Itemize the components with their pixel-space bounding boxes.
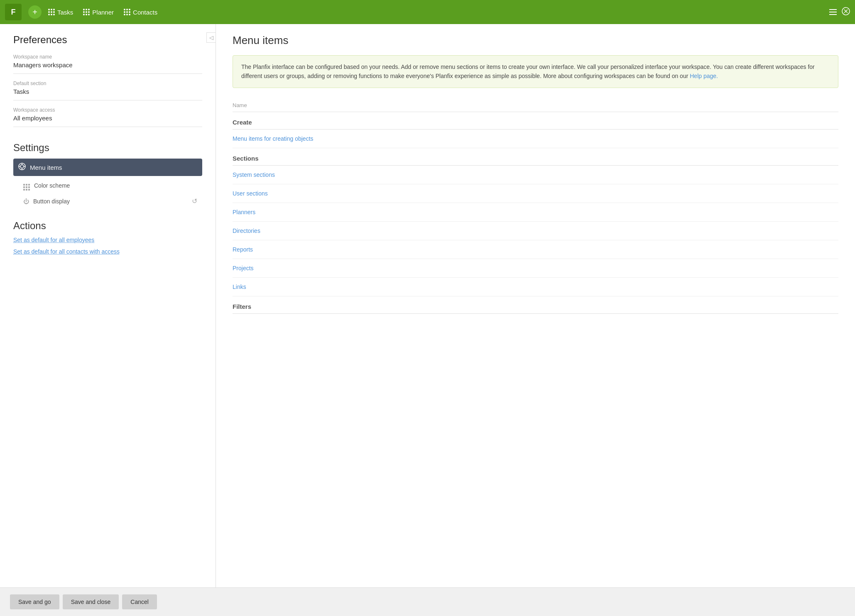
nav-item-planner[interactable]: Planner: [83, 9, 114, 16]
close-nav-button[interactable]: [842, 7, 850, 17]
dialog-footer: Save and go Save and close Cancel: [0, 587, 855, 616]
nav-right-controls: [829, 7, 850, 17]
menu-items-icon: [18, 163, 26, 172]
workspace-access-label: Workspace access: [13, 107, 202, 113]
sections-group-label: Sections: [233, 148, 838, 166]
info-text: The Planfix interface can be configured …: [241, 64, 815, 79]
reports-row[interactable]: Reports: [233, 240, 838, 259]
planners-row[interactable]: Planners: [233, 203, 838, 222]
preferences-title: Preferences: [13, 34, 202, 46]
grid-icon-tasks: [48, 9, 55, 15]
reports-link[interactable]: Reports: [233, 246, 253, 253]
user-sections-row[interactable]: User sections: [233, 184, 838, 203]
cancel-button[interactable]: Cancel: [122, 594, 157, 609]
settings-menu-items[interactable]: Menu items: [13, 159, 202, 176]
workspace-name-field: Workspace name Managers workspace: [13, 54, 202, 74]
workspace-access-field: Workspace access All employees: [13, 107, 202, 127]
right-panel: Menu items The Planfix interface can be …: [216, 24, 855, 587]
filters-group-label: Filters: [233, 296, 838, 314]
grid-icon-contacts: [124, 9, 130, 15]
hamburger-menu-button[interactable]: [829, 9, 837, 15]
directories-link[interactable]: Directories: [233, 227, 260, 234]
default-section-value[interactable]: Tasks: [13, 88, 202, 95]
power-icon: ⏻: [23, 198, 29, 205]
links-row[interactable]: Links: [233, 278, 838, 296]
color-scheme-label: Color scheme: [34, 182, 70, 189]
links-link[interactable]: Links: [233, 284, 246, 290]
collapse-panel-button[interactable]: ◁: [206, 32, 216, 43]
system-sections-row[interactable]: System sections: [233, 166, 838, 184]
projects-row[interactable]: Projects: [233, 259, 838, 278]
add-button[interactable]: +: [28, 5, 42, 19]
nav-items: Tasks Planner Contacts: [48, 9, 157, 16]
dialog-body: ◁ Preferences Workspace name Managers wo…: [0, 24, 855, 587]
system-sections-link[interactable]: System sections: [233, 171, 275, 178]
workspace-access-value[interactable]: All employees: [13, 115, 202, 122]
create-menu-item-link[interactable]: Menu items for creating objects: [233, 135, 314, 142]
name-column-header: Name: [233, 98, 838, 112]
save-go-button[interactable]: Save and go: [10, 594, 59, 609]
set-default-employees-link[interactable]: Set as default for all employees: [13, 237, 202, 243]
default-section-label: Default section: [13, 81, 202, 86]
close-icon: [842, 7, 850, 15]
planners-link[interactable]: Planners: [233, 209, 255, 215]
grid-icon-planner: [83, 9, 90, 15]
nav-item-contacts[interactable]: Contacts: [124, 9, 157, 16]
projects-link[interactable]: Projects: [233, 265, 254, 271]
button-display-cursor-indicator: ↺: [192, 197, 197, 205]
settings-title: Settings: [13, 142, 202, 154]
svg-point-4: [20, 165, 24, 168]
menu-items-title: Menu items: [233, 34, 838, 47]
save-close-button[interactable]: Save and close: [63, 594, 119, 609]
settings-color-scheme[interactable]: Color scheme: [13, 177, 202, 194]
workspace-name-label: Workspace name: [13, 54, 202, 60]
directories-row[interactable]: Directories: [233, 222, 838, 240]
button-display-label: Button display: [33, 198, 70, 205]
info-box: The Planfix interface can be configured …: [233, 55, 838, 88]
color-scheme-icon: [23, 180, 30, 191]
actions-title: Actions: [13, 220, 202, 232]
hamburger-icon: [829, 9, 837, 15]
top-navigation: F + Tasks Planner: [0, 0, 855, 24]
settings-button-display[interactable]: ⏻ Button display ↺: [13, 194, 202, 208]
left-panel: ◁ Preferences Workspace name Managers wo…: [0, 24, 216, 587]
workspace-name-value[interactable]: Managers workspace: [13, 61, 202, 68]
create-menu-item-row[interactable]: Menu items for creating objects: [233, 130, 838, 148]
user-sections-link[interactable]: User sections: [233, 190, 268, 197]
nav-item-tasks[interactable]: Tasks: [48, 9, 73, 16]
help-page-link[interactable]: Help page.: [690, 73, 718, 79]
app-logo[interactable]: F: [5, 4, 22, 20]
menu-items-label: Menu items: [30, 164, 62, 171]
create-group-label: Create: [233, 112, 838, 130]
preferences-dialog: ◁ Preferences Workspace name Managers wo…: [0, 24, 855, 616]
default-section-field: Default section Tasks: [13, 81, 202, 100]
set-default-contacts-link[interactable]: Set as default for all contacts with acc…: [13, 248, 202, 255]
